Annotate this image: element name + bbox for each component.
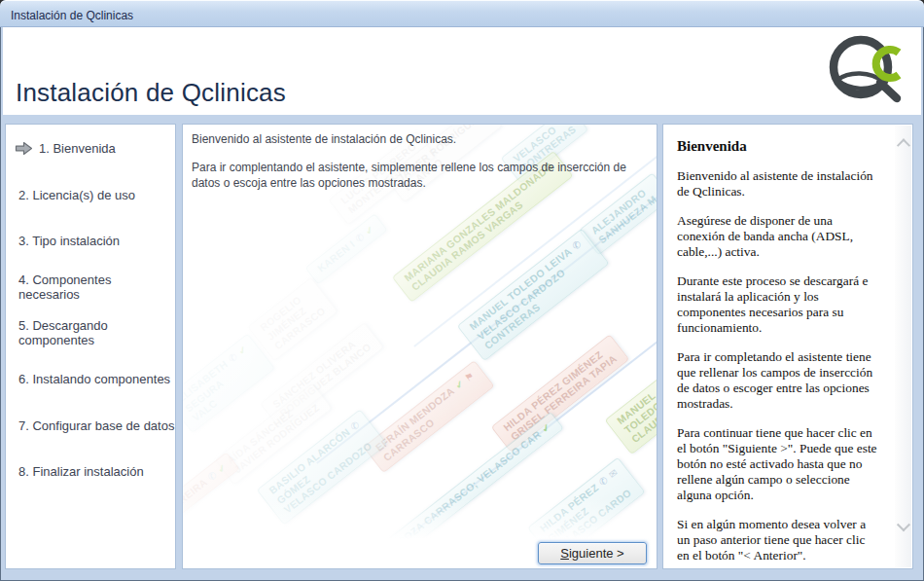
appointment-card: HILDA PÉREZ✆✉GIMÉNEZVELASCO CARDO xyxy=(527,456,646,539)
wizard-steps: 1. Bienvenida2. Licencia(s) de uso3. Tip… xyxy=(6,125,175,494)
mail-icon: ✉ xyxy=(607,467,621,481)
help-content: Bienvenida Bienvenido al asistente de in… xyxy=(677,134,877,563)
appointment-card: MANUEL TOLEDO LEIVA✆VELASCO CARDOZOCONTR… xyxy=(457,229,609,361)
scroll-down-icon[interactable] xyxy=(895,519,911,536)
phone-icon: ✆ xyxy=(206,469,220,483)
calendar-gridline xyxy=(190,322,657,539)
wizard-step-label: 3. Tipo instalación xyxy=(18,234,120,248)
intro-text: Bienvenido al asistente de instalación d… xyxy=(192,131,651,203)
help-paragraph: Bienvenido al asistente de instalación d… xyxy=(677,168,877,200)
check-icon: ✔ xyxy=(363,224,376,237)
help-paragraphs: Bienvenido al asistente de instalación d… xyxy=(677,168,877,563)
wizard-step-5: 5. Descargando componentes xyxy=(6,310,175,356)
wizard-step-label: 5. Descargando componentes xyxy=(18,318,175,347)
intro-paragraph: Bienvenido al asistente de instalación d… xyxy=(192,131,651,147)
wizard-step-label: 7. Configurar base de datos xyxy=(18,418,174,433)
wizard-step-2: 2. Licencia(s) de uso xyxy=(6,171,175,217)
wizard-step-label: 2. Licencia(s) de uso xyxy=(18,188,135,202)
check-icon: ✔ xyxy=(540,421,553,435)
window-title: Instalación de Qclinicas xyxy=(11,9,133,22)
page-title: Instalación de Qclinicas xyxy=(16,78,286,108)
wizard-step-label: 1. Bienvenida xyxy=(39,141,116,156)
check-icon: ✔ xyxy=(216,461,230,475)
help-paragraph: Para ir completando el asistente tiene q… xyxy=(677,349,877,412)
wizard-step-1: 1. Bienvenida xyxy=(6,126,175,171)
wizard-step-6: 6. Instalando componentes xyxy=(6,356,175,402)
wizard-step-7: 7. Configurar base de datos xyxy=(6,402,175,448)
wizard-steps-panel: 1. Bienvenida2. Licencia(s) de uso3. Tip… xyxy=(5,124,176,569)
installer-window: Instalación de Qclinicas Instalación de … xyxy=(0,0,924,581)
phone-icon: ✆ xyxy=(597,474,611,488)
pin-icon: ⚑ xyxy=(463,370,477,383)
help-paragraph: Durante este proceso se descargará e ins… xyxy=(677,273,877,336)
wizard-step-8: 8. Finalizar instalación xyxy=(6,449,175,494)
appointment-card: SÁNCHEZ OLIVERARODRÍGUEZ BLANCO xyxy=(260,322,383,429)
wizard-step-label: 4. Componentes necesarios xyxy=(18,272,175,302)
scroll-up-icon[interactable] xyxy=(895,135,911,153)
help-paragraph: Si en algún momento desea volver a un pa… xyxy=(677,517,877,563)
help-scrollbar[interactable] xyxy=(895,126,911,567)
qclinicas-logo-icon xyxy=(828,30,909,110)
appointment-card: ROGELIOJIMÉNEZCARRASCO xyxy=(247,277,338,362)
appointment-card: ELISABETH✆✔SEGURAVALC xyxy=(183,334,275,433)
appointment-card: FERREIRA✆✔ xyxy=(183,452,240,529)
appointment-card: DOZA CARRASCO; VELASCO CAR✔ xyxy=(385,412,564,539)
header: Instalación de Qclinicas xyxy=(3,27,921,115)
phone-icon: ✆ xyxy=(348,418,362,432)
phone-icon: ✆ xyxy=(570,238,584,252)
titlebar[interactable]: Instalación de Qclinicas xyxy=(0,0,924,27)
phone-icon: ✆ xyxy=(227,351,240,365)
help-panel: Bienvenida Bienvenido al asistente de in… xyxy=(662,124,913,569)
wizard-step-label: 6. Instalando componentes xyxy=(18,372,170,386)
help-paragraph: Asegúrese de disponer de una conexión de… xyxy=(677,213,877,260)
appointment-card: HILDA PÉREZ GIMÉNEZGRISEL FERREIRA TAPIA xyxy=(491,334,629,452)
content-panel: KAREN I✆✔LUCAS PEDREROMONTENEGROJAVIER R… xyxy=(182,124,657,569)
intro-paragraph: Para ir complentando el asistente, simpl… xyxy=(192,160,651,191)
wizard-step-4: 4. Componentes necesarios xyxy=(6,264,175,309)
appointment-card: EFRAÍN MENDOZA✔⚑CARRASCO xyxy=(363,360,494,473)
check-icon: ✔ xyxy=(236,344,250,357)
phone-icon: ✆ xyxy=(353,231,367,244)
next-button-label: Siguiente > xyxy=(539,546,646,561)
calendar-gridline xyxy=(452,351,657,539)
appointment-card: MANUELTOLEDO LECLAUDIA xyxy=(605,371,657,454)
next-button[interactable]: Siguiente > xyxy=(538,542,647,564)
appointment-card: BASILIO ALARCÓN✆GÓMEZVELASCO CARDOZO xyxy=(257,409,388,525)
help-title: Bienvenida xyxy=(677,138,877,155)
wizard-step-3: 3. Tipo instalación xyxy=(6,218,175,264)
check-icon: ✔ xyxy=(453,378,467,391)
appointment-card: KAREN I✆✔ xyxy=(305,213,388,284)
qclinicas-logo xyxy=(828,30,909,110)
wizard-step-label: 8. Finalizar instalación xyxy=(18,464,144,479)
current-step-arrow-icon xyxy=(15,141,33,156)
appointment-card: AÍDA SÁNCHEZJAVIER RODRÍGUEZ xyxy=(214,383,332,486)
help-paragraph: Para continuar tiene que hacer clic en e… xyxy=(677,425,877,503)
